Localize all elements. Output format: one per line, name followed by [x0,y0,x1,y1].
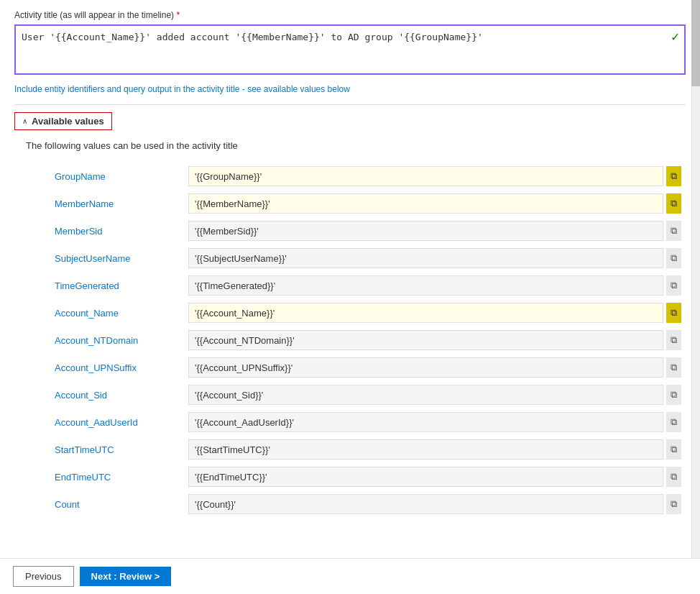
value-cell: ⧉ [184,436,686,463]
table-row: Account_Sid⧉ [26,381,686,408]
previous-button[interactable]: Previous [13,566,74,587]
footer-bar: Previous Next : Review > [0,558,700,594]
copy-button[interactable]: ⧉ [666,439,681,460]
value-cell: ⧉ [184,381,686,408]
chevron-up-icon: ∧ [22,117,27,125]
value-name: EndTimeUTC [26,463,184,490]
check-icon: ✓ [671,30,680,44]
value-name: TimeGenerated [26,272,184,299]
value-name: StartTimeUTC [26,436,184,463]
table-row: StartTimeUTC⧉ [26,436,686,463]
value-input[interactable] [188,221,663,241]
values-description: The following values can be used in the … [26,140,686,151]
separator [14,104,686,105]
table-row: MemberName⧉ [26,190,686,217]
value-name: Account_Name [26,299,184,326]
value-cell: ⧉ [184,217,686,245]
activity-title-input[interactable] [14,24,686,75]
table-row: MemberSid⧉ [26,217,686,245]
value-name: GroupName [26,163,184,190]
required-marker: * [176,10,180,20]
value-input[interactable] [188,303,663,323]
copy-button[interactable]: ⧉ [666,166,681,186]
value-name: Account_AadUserId [26,408,184,436]
value-cell: ⧉ [184,163,686,190]
copy-button[interactable]: ⧉ [666,357,681,378]
value-cell: ⧉ [184,354,686,381]
copy-button[interactable]: ⧉ [666,221,681,241]
value-name: Count [26,490,184,518]
table-row: EndTimeUTC⧉ [26,463,686,490]
table-row: Count⧉ [26,490,686,518]
value-input[interactable] [188,412,663,432]
value-name: MemberName [26,190,184,217]
copy-button[interactable]: ⧉ [666,275,681,296]
copy-button[interactable]: ⧉ [666,248,681,268]
value-name: MemberSid [26,217,184,245]
value-cell: ⧉ [184,490,686,518]
value-input[interactable] [188,248,663,268]
value-name: Account_Sid [26,381,184,408]
table-row: Account_NTDomain⧉ [26,326,686,354]
value-name: Account_UPNSuffix [26,354,184,381]
copy-button[interactable]: ⧉ [666,467,681,487]
activity-title-label: Activity title (as will appear in the ti… [14,10,686,20]
value-input[interactable] [188,275,663,296]
table-row: TimeGenerated⧉ [26,272,686,299]
value-input[interactable] [188,467,663,487]
value-input[interactable] [188,494,663,514]
value-cell: ⧉ [184,272,686,299]
copy-button[interactable]: ⧉ [666,412,681,432]
table-row: SubjectUserName⧉ [26,245,686,272]
table-row: Account_UPNSuffix⧉ [26,354,686,381]
value-input[interactable] [188,385,663,405]
value-input[interactable] [188,357,663,378]
textarea-wrapper: ✓ [14,24,686,77]
table-row: GroupName⧉ [26,163,686,190]
values-table: GroupName⧉MemberName⧉MemberSid⧉SubjectUs… [26,163,686,518]
value-cell: ⧉ [184,326,686,354]
value-name: SubjectUserName [26,245,184,272]
table-row: Account_Name⧉ [26,299,686,326]
copy-button[interactable]: ⧉ [666,303,681,323]
value-input[interactable] [188,330,663,350]
value-name: Account_NTDomain [26,326,184,354]
value-cell: ⧉ [184,245,686,272]
copy-button[interactable]: ⧉ [666,330,681,350]
value-cell: ⧉ [184,190,686,217]
value-input[interactable] [188,166,663,186]
main-content: Activity title (as will appear in the ti… [0,0,700,518]
table-row: Account_AadUserId⧉ [26,408,686,436]
value-input[interactable] [188,439,663,460]
copy-button[interactable]: ⧉ [666,385,681,405]
value-cell: ⧉ [184,408,686,436]
value-cell: ⧉ [184,463,686,490]
available-values-toggle[interactable]: ∧ Available values [14,112,112,130]
value-input[interactable] [188,193,663,214]
copy-button[interactable]: ⧉ [666,193,681,214]
hint-text: Include entity identifiers and query out… [14,84,686,94]
available-values-label: Available values [32,116,104,127]
copy-button[interactable]: ⧉ [666,494,681,514]
next-review-button[interactable]: Next : Review > [80,567,172,586]
value-cell: ⧉ [184,299,686,326]
